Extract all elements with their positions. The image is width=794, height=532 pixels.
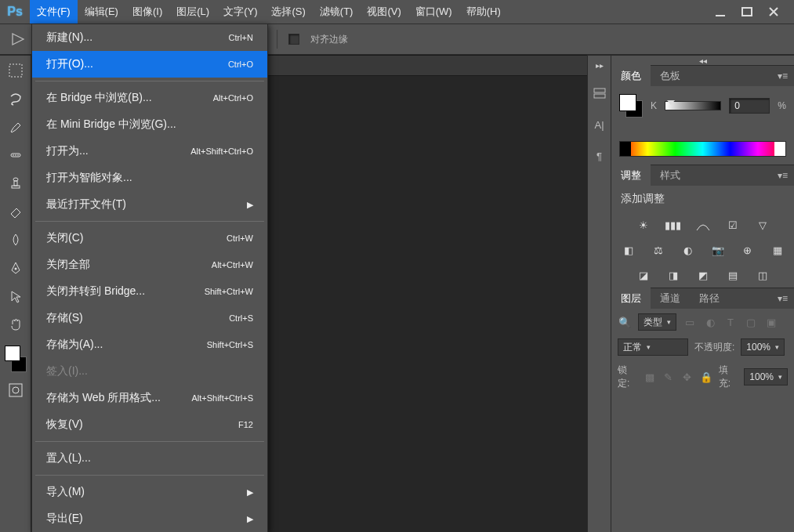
paragraph-icon[interactable]: ¶ <box>592 148 607 164</box>
blur-tool-icon[interactable] <box>5 230 26 250</box>
k-slider[interactable] <box>665 101 721 110</box>
menu-3[interactable]: 图层(L) <box>169 0 216 24</box>
tab-color[interactable]: 颜色 <box>611 65 651 87</box>
balance-icon[interactable]: ⚖ <box>650 242 667 258</box>
file-menu-item-11[interactable]: 关闭并转到 Bridge...Shift+Ctrl+W <box>32 278 267 305</box>
marquee-tool-icon[interactable] <box>5 60 26 81</box>
maximize-button[interactable] <box>741 5 753 18</box>
threshold-icon[interactable]: ◩ <box>694 267 712 283</box>
fill-select[interactable]: 100%▾ <box>744 368 788 385</box>
brightness-icon[interactable]: ☀ <box>635 217 652 233</box>
file-menu-item-20[interactable]: 导入(M)▶ <box>32 479 267 505</box>
tab-swatches[interactable]: 色板 <box>651 65 690 87</box>
file-menu-item-16[interactable]: 恢复(V)F12 <box>32 411 267 438</box>
lock-paint-icon[interactable]: ✎ <box>662 370 675 384</box>
minimize-button[interactable] <box>714 5 727 18</box>
gradient-map-icon[interactable]: ▤ <box>724 267 741 283</box>
color-spectrum[interactable] <box>619 141 786 157</box>
file-menu-item-12[interactable]: 存储(S)Ctrl+S <box>32 305 267 331</box>
file-menu-item-9[interactable]: 关闭(C)Ctrl+W <box>32 225 267 252</box>
type-filter-icon[interactable]: T <box>723 315 738 329</box>
collapse-handle-icon[interactable]: ◂◂ <box>611 56 794 65</box>
file-menu-item-13[interactable]: 存储为(A)...Shift+Ctrl+S <box>32 331 267 358</box>
exposure-icon[interactable]: ☑ <box>724 217 741 233</box>
file-menu-item-5[interactable]: 打开为...Alt+Shift+Ctrl+O <box>32 138 267 165</box>
eraser-tool-icon[interactable] <box>5 201 26 222</box>
menu-1[interactable]: 编辑(E) <box>78 0 125 24</box>
menu-0[interactable]: 文件(F) <box>30 0 78 24</box>
panel-menu-icon[interactable]: ▾≡ <box>771 71 794 81</box>
smart-filter-icon[interactable]: ▣ <box>764 315 778 329</box>
align-checkbox[interactable] <box>288 34 299 45</box>
file-menu-item-15[interactable]: 存储为 Web 所用格式...Alt+Shift+Ctrl+S <box>32 385 267 411</box>
k-value-input[interactable] <box>729 98 770 114</box>
invert-icon[interactable]: ◪ <box>635 267 652 283</box>
file-menu-item-0[interactable]: 新建(N)...Ctrl+N <box>32 24 267 51</box>
brush-tool-icon[interactable] <box>5 117 26 137</box>
file-menu-item-1[interactable]: 打开(O)...Ctrl+O <box>32 51 267 78</box>
file-menu-item-18[interactable]: 置入(L)... <box>32 445 267 472</box>
tab-adjustments[interactable]: 调整 <box>611 165 651 186</box>
file-menu-item-21[interactable]: 导出(E)▶ <box>32 505 267 532</box>
panel-menu-icon[interactable]: ▾≡ <box>771 293 794 304</box>
curves-icon[interactable] <box>694 217 712 233</box>
lookup-icon[interactable]: ▦ <box>769 242 786 258</box>
file-menu-item-10[interactable]: 关闭全部Alt+Ctrl+W <box>32 252 267 278</box>
file-menu-item-6[interactable]: 打开为智能对象... <box>32 165 267 191</box>
levels-icon[interactable]: ▮▮▮ <box>665 217 682 233</box>
shape-filter-icon[interactable]: ▢ <box>744 315 758 329</box>
menu-8[interactable]: 窗口(W) <box>408 0 459 24</box>
layers-panel: 图层 通道 路径 ▾≡ 🔍 类型▾ ▭ ◐ T ▢ ▣ 正常▾ 不透明度: <box>611 288 794 395</box>
adjustments-panel: 调整 样式 ▾≡ 添加调整 ☀ ▮▮▮ ☑ ▽ ◧ ⚖ ◐ 📷 ⊕ ▦ ◪ <box>611 165 794 288</box>
svg-rect-17 <box>9 64 22 77</box>
collapse-handle-icon[interactable]: ▸▸ <box>596 60 604 70</box>
tab-channels[interactable]: 通道 <box>651 288 690 309</box>
menu-6[interactable]: 滤镜(T) <box>313 0 361 24</box>
adjust-filter-icon[interactable]: ◐ <box>703 315 717 329</box>
quickmask-icon[interactable] <box>5 380 26 400</box>
filter-kind-select[interactable]: 类型▾ <box>638 313 676 331</box>
close-button[interactable] <box>767 5 780 18</box>
channel-mixer-icon[interactable]: ⊕ <box>739 242 756 258</box>
menu-5[interactable]: 选择(S) <box>264 0 312 24</box>
hue-icon[interactable]: ◧ <box>620 242 637 258</box>
file-menu-item-7[interactable]: 最近打开文件(T)▶ <box>32 191 267 218</box>
lock-position-icon[interactable]: ✥ <box>681 370 694 384</box>
tab-paths[interactable]: 路径 <box>690 288 729 309</box>
tool-preset-icon[interactable] <box>9 31 27 48</box>
panel-menu-icon[interactable]: ▾≡ <box>771 170 794 181</box>
file-menu-item-3[interactable]: 在 Bridge 中浏览(B)...Alt+Ctrl+O <box>32 85 267 111</box>
menu-9[interactable]: 帮助(H) <box>459 0 508 24</box>
pixel-filter-icon[interactable]: ▭ <box>683 315 697 329</box>
path-select-tool-icon[interactable] <box>5 286 26 306</box>
healing-tool-icon[interactable] <box>5 145 26 165</box>
svg-rect-0 <box>716 15 725 16</box>
opacity-label: 不透明度: <box>694 341 734 354</box>
svg-rect-26 <box>9 384 22 396</box>
vibrance-icon[interactable]: ▽ <box>754 217 771 233</box>
menu-7[interactable]: 视图(V) <box>360 0 408 24</box>
character-icon[interactable]: A| <box>592 117 607 132</box>
panel-color-swatches[interactable] <box>619 94 643 118</box>
color-swatches[interactable] <box>5 346 27 372</box>
lock-transparent-icon[interactable]: ▩ <box>643 370 655 384</box>
blend-mode-select[interactable]: 正常▾ <box>618 338 688 356</box>
filter-icon[interactable]: 🔍 <box>618 315 632 329</box>
posterize-icon[interactable]: ◨ <box>665 267 682 283</box>
stamp-tool-icon[interactable] <box>5 173 26 194</box>
opacity-select[interactable]: 100%▾ <box>741 338 785 356</box>
menu-2[interactable]: 图像(I) <box>125 0 169 24</box>
tab-layers[interactable]: 图层 <box>611 288 651 309</box>
file-menu-item-4[interactable]: 在 Mini Bridge 中浏览(G)... <box>32 111 267 138</box>
photo-filter-icon[interactable]: 📷 <box>709 242 727 258</box>
foreground-color-swatch[interactable] <box>5 346 20 361</box>
pen-tool-icon[interactable] <box>5 258 26 278</box>
selective-color-icon[interactable]: ◫ <box>754 267 771 283</box>
history-icon[interactable] <box>592 85 607 101</box>
tab-styles[interactable]: 样式 <box>651 165 690 186</box>
lasso-tool-icon[interactable] <box>5 89 26 109</box>
lock-all-icon[interactable]: 🔒 <box>700 370 712 384</box>
menu-4[interactable]: 文字(Y) <box>216 0 264 24</box>
hand-tool-icon[interactable] <box>5 314 26 335</box>
bw-icon[interactable]: ◐ <box>680 242 697 258</box>
